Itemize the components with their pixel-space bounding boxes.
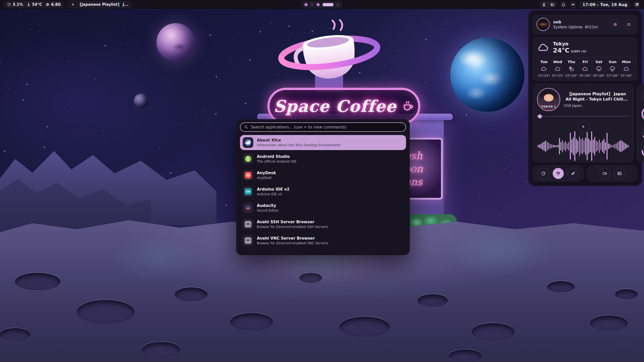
search-icon <box>244 125 248 129</box>
weather-temp: 24°C <box>553 47 570 54</box>
app-description: Browse for Zeroconf-enabled SSH Servers <box>257 225 328 229</box>
workspace-dot-4[interactable] <box>323 3 334 6</box>
app-row-anydesk[interactable]: AnyDeskAnyDesk <box>240 168 406 183</box>
app-list: About XfceInformation about the Xfce Des… <box>240 135 406 248</box>
profile-performance-button[interactable] <box>538 168 549 179</box>
wave-bar <box>547 142 548 151</box>
cpu-usage-value: 3.1% <box>13 2 23 7</box>
wave-bar <box>614 144 615 148</box>
temperature-stat: 54°C <box>27 2 42 7</box>
divider <box>537 57 633 57</box>
seek-knob[interactable] <box>538 114 542 118</box>
wave-bar <box>573 137 574 155</box>
side-panel: seb System Uptime: 4h11m Tokyo 24°C (GMT… <box>528 10 642 186</box>
wave-bar <box>626 144 627 148</box>
workspace-dot-1[interactable] <box>304 3 308 6</box>
wave-bar <box>587 132 588 160</box>
notifications-button[interactable] <box>560 1 567 8</box>
tray-connect-icon[interactable] <box>542 3 546 7</box>
avatar <box>537 18 550 31</box>
now-playing-pill[interactable]: 【Japanese Playlist】 J... <box>67 1 132 8</box>
network-icon <box>243 235 253 246</box>
wave-bar <box>593 140 594 153</box>
cloud-icon <box>537 41 550 54</box>
moon-crater <box>449 349 482 362</box>
app-title: Avahi VNC Server Browser <box>257 236 328 241</box>
dashboard-button[interactable] <box>633 1 640 8</box>
wave-bar <box>597 142 598 151</box>
forecast-temps: 36°/26° <box>592 74 606 77</box>
wave-bar <box>545 141 546 152</box>
purple-planet <box>156 23 195 61</box>
forecast-day-label: Fri <box>578 60 592 64</box>
power-button[interactable] <box>624 19 634 29</box>
profile-balanced-button[interactable] <box>553 168 564 179</box>
wave-bar <box>554 145 555 147</box>
profile-power-saver-button[interactable] <box>568 168 579 179</box>
app-row-avahi-vnc-server-browser[interactable]: Avahi VNC Server BrowserBrowse for Zeroc… <box>240 233 406 248</box>
seek-slider[interactable] <box>537 114 629 118</box>
storm-icon <box>606 66 620 72</box>
app-row-about-xfce[interactable]: About XfceInformation about the Xfce Des… <box>240 135 406 150</box>
cloud-icon <box>551 66 565 72</box>
gear-icon <box>613 22 618 27</box>
moon-crater <box>0 328 30 341</box>
weather-card: Tokyo 24°C (GMT+9) Tue33°/24°Wed35°/25°T… <box>533 37 637 81</box>
wave-bar <box>541 144 542 149</box>
screen-record-button[interactable] <box>599 168 610 179</box>
wave-bar <box>553 145 554 148</box>
app-row-avahi-ssh-server-browser[interactable]: Avahi SSH Server BrowserBrowse for Zeroc… <box>240 217 406 232</box>
app-row-arduino-ide-v2[interactable]: Arduino IDE v2Arduino IDE v2 <box>240 184 406 199</box>
power-profile-selector <box>533 165 584 182</box>
dashboard-grid-icon <box>635 3 639 7</box>
settings-button[interactable] <box>610 19 620 29</box>
chip-icon <box>46 3 50 7</box>
wave-bar <box>539 144 540 148</box>
thermometer-icon <box>27 3 31 7</box>
pause-icon <box>71 3 75 6</box>
screenshot-button[interactable] <box>614 168 625 179</box>
tray-wallpaper-icon[interactable] <box>550 3 554 7</box>
wave-bar <box>590 140 591 152</box>
bell-icon <box>561 3 566 7</box>
app-title: Audacity <box>257 203 279 208</box>
gauge-value: 54°C <box>640 106 644 122</box>
moon-crater <box>547 281 575 292</box>
wave-bar <box>581 139 582 153</box>
temperature-value: 54°C <box>32 2 42 7</box>
wave-bar <box>623 142 624 150</box>
topbar-right: 17:09 - Tue, 19 Aug <box>539 1 640 8</box>
play-pause-button[interactable] <box>578 121 589 132</box>
wave-bar <box>588 139 589 154</box>
gauge-value: 24% <box>640 142 644 159</box>
workspace-dot-2[interactable] <box>310 3 314 6</box>
workspace-dot-3[interactable] <box>316 3 320 6</box>
forecast-day-fri: Fri35°/26° <box>578 60 592 77</box>
earth-planet <box>450 38 525 112</box>
wave-bar <box>622 141 623 151</box>
album-art: TOKYO L <box>537 88 560 111</box>
cloud-icon <box>578 66 592 72</box>
speaker-icon <box>571 3 575 7</box>
workspace-dot-5[interactable] <box>336 3 340 6</box>
wave-bar <box>585 138 586 155</box>
workspace-indicator[interactable] <box>301 1 343 8</box>
search-input[interactable] <box>251 125 402 129</box>
clock[interactable]: 17:09 - Tue, 19 Aug <box>579 1 631 8</box>
volume-button[interactable] <box>569 1 577 8</box>
wave-bar <box>594 137 595 155</box>
wave-bar <box>576 139 577 154</box>
app-row-android-studio[interactable]: Android StudioThe official Android IDE <box>240 151 406 166</box>
wave-bar <box>616 143 617 149</box>
moon-crater <box>340 317 390 337</box>
wave-bar <box>602 141 603 152</box>
launcher-search[interactable] <box>240 122 406 132</box>
wave-bar <box>625 143 626 149</box>
app-description: AnyDesk <box>257 176 276 180</box>
forecast-day-label: Wed <box>551 60 565 64</box>
wave-bar <box>607 133 608 159</box>
pause-icon <box>581 125 585 128</box>
wave-bar <box>564 143 565 150</box>
moon-crater <box>615 289 638 299</box>
app-row-audacity[interactable]: AudacitySound Editor <box>240 200 406 215</box>
